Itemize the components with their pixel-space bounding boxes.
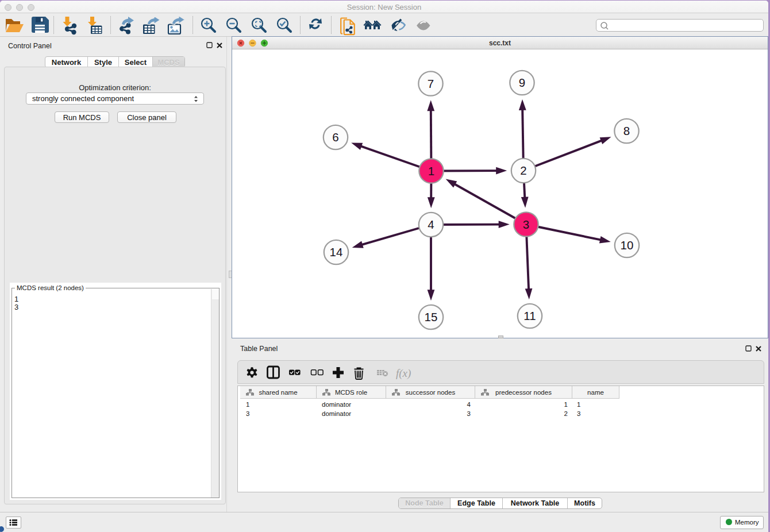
svg-text:9: 9 xyxy=(519,76,525,89)
svg-text:15: 15 xyxy=(425,310,438,323)
svg-text:10: 10 xyxy=(621,238,634,252)
svg-text:4: 4 xyxy=(428,218,434,231)
svg-text:2: 2 xyxy=(520,164,526,177)
svg-text:11: 11 xyxy=(523,309,536,322)
svg-text:1: 1 xyxy=(428,164,434,178)
svg-text:3: 3 xyxy=(523,218,529,231)
svg-text:6: 6 xyxy=(332,130,338,144)
svg-text:8: 8 xyxy=(623,124,630,137)
svg-text:f(x): f(x) xyxy=(396,367,411,380)
svg-text:14: 14 xyxy=(330,245,343,259)
svg-text:7: 7 xyxy=(428,77,434,90)
